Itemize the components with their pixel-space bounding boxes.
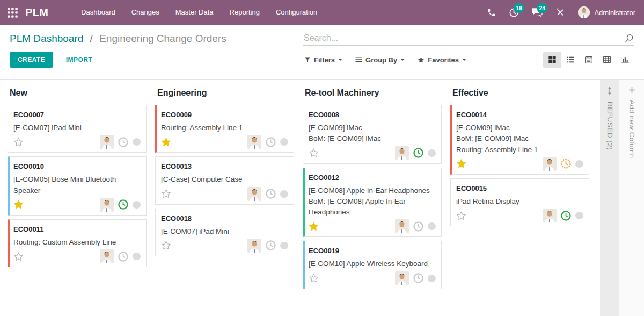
assignee-avatar[interactable]	[543, 157, 557, 171]
activity-clock-icon-gray[interactable]	[265, 137, 276, 148]
card-line: Routing: Assembly Line 1	[456, 145, 583, 155]
assignee-avatar[interactable]	[100, 249, 114, 263]
app-title[interactable]: PLM	[25, 6, 48, 19]
collapsed-column-label: REFUSED (2)	[606, 102, 614, 150]
pivot-view-button[interactable]	[598, 52, 616, 68]
favorites-dropdown[interactable]: Favorites	[418, 56, 466, 64]
assignee-avatar[interactable]	[395, 146, 409, 160]
kanban-column-header[interactable]: Engineering	[157, 88, 294, 98]
card-footer	[13, 135, 141, 149]
filters-dropdown[interactable]: Filters	[304, 56, 342, 64]
activity-clock-icon-gray[interactable]	[118, 251, 129, 262]
activity-clock-icon-green[interactable]	[413, 147, 424, 159]
kanban-card[interactable]: ECO0012[E-COM08] Apple In-Ear Headphones…	[303, 168, 442, 238]
kanban-card[interactable]: ECO0018[E-COM07] iPad Mini	[155, 209, 294, 256]
phone-icon[interactable]	[487, 8, 496, 17]
search-input[interactable]	[303, 33, 624, 44]
card-id: ECO0008	[309, 111, 436, 119]
activity-clock-icon-green[interactable]	[560, 210, 572, 221]
assignee-avatar[interactable]	[395, 219, 409, 233]
collapsed-column-refused[interactable]: REFUSED (2)	[600, 80, 619, 316]
activity-clock-icon-green[interactable]	[118, 199, 129, 210]
kanban-card[interactable]: ECO0007[E-COM07] iPad Mini	[8, 105, 147, 153]
messages-icon[interactable]: 24	[532, 8, 543, 17]
breadcrumb-link[interactable]: PLM Dashboard	[10, 33, 83, 44]
activity-clock-icon-gray[interactable]	[118, 137, 129, 148]
add-new-column-button[interactable]: Add new Column	[619, 80, 644, 316]
kanban-state-dot[interactable]	[575, 160, 583, 168]
assignee-avatar[interactable]	[247, 239, 261, 253]
favorites-star-icon	[418, 56, 425, 63]
kanban-state-dot[interactable]	[280, 138, 288, 146]
kanban-state-dot[interactable]	[280, 190, 288, 198]
kanban-column-header[interactable]: New	[10, 88, 147, 98]
activity-clock-icon-orange[interactable]	[560, 158, 572, 169]
kanban-card[interactable]: ECO0015iPad Retina Display	[450, 178, 589, 226]
kanban-state-dot[interactable]	[280, 242, 288, 249]
kanban-state-dot[interactable]	[428, 149, 436, 157]
tools-icon[interactable]	[555, 8, 565, 17]
kanban-state-dot[interactable]	[428, 275, 436, 282]
caret-down-icon	[400, 59, 405, 63]
activity-clock-icon-gray[interactable]	[265, 188, 276, 199]
menu-item-configuration[interactable]: Configuration	[268, 0, 325, 25]
kanban-card[interactable]: ECO0014[E-COM09] iMacBoM: [E-COM09] iMac…	[450, 105, 589, 175]
create-button[interactable]: CREATE	[10, 52, 53, 68]
assignee-avatar[interactable]	[100, 135, 114, 149]
assignee-avatar[interactable]	[247, 135, 261, 149]
card-footer	[161, 135, 288, 149]
kanban-card[interactable]: ECO0011Routing: Custom Assembly Line	[8, 219, 147, 267]
card-footer-right	[247, 135, 288, 149]
favorite-star-icon-off[interactable]	[161, 189, 171, 199]
assignee-avatar[interactable]	[543, 209, 557, 222]
kanban-board: NewECO0007[E-COM07] iPad Mini ECO0010[E-…	[0, 80, 644, 316]
favorite-star-icon-on[interactable]	[13, 199, 24, 210]
groupby-dropdown[interactable]: Group By	[355, 56, 405, 64]
kanban-card[interactable]: ECO0009Routing: Assembly Line 1	[155, 105, 294, 153]
favorite-star-icon-off[interactable]	[309, 148, 319, 158]
kanban-card[interactable]: ECO0008[E-COM09] iMacBoM: [E-COM09] iMac	[303, 105, 442, 164]
favorite-star-icon-on[interactable]	[309, 221, 319, 232]
favorite-star-icon-off[interactable]	[456, 211, 466, 221]
activity-clock-icon-gray[interactable]	[265, 240, 276, 251]
kanban-state-dot[interactable]	[133, 138, 141, 146]
assignee-avatar[interactable]	[247, 187, 261, 201]
graph-view-button[interactable]	[616, 52, 634, 68]
kanban-state-dot[interactable]	[133, 253, 141, 260]
kanban-card[interactable]: ECO0010[E-COM05] Bose Mini Bluetooth Spe…	[8, 156, 147, 216]
card-line: [E-COM09] iMac	[309, 123, 436, 133]
search-icon[interactable]	[624, 33, 634, 44]
activity-clock-icon-gray[interactable]	[413, 221, 424, 232]
apps-grid-icon[interactable]	[8, 8, 18, 18]
favorite-star-icon-off[interactable]	[13, 137, 24, 147]
kanban-view-button[interactable]	[543, 52, 561, 68]
favorite-star-icon-off[interactable]	[13, 252, 24, 262]
favorite-star-icon-on[interactable]	[161, 137, 171, 147]
menu-item-master-data[interactable]: Master Data	[167, 0, 222, 25]
kanban-card[interactable]: ECO0013[C-Case] Computer Case	[155, 156, 294, 204]
card-footer-right	[100, 198, 141, 212]
favorite-star-icon-on[interactable]	[456, 159, 466, 169]
menu-item-reporting[interactable]: Reporting	[222, 0, 268, 25]
kanban-columns: NewECO0007[E-COM07] iPad Mini ECO0010[E-…	[0, 80, 589, 316]
user-menu[interactable]: Administrator	[578, 6, 635, 18]
favorite-star-icon-off[interactable]	[161, 240, 171, 250]
kanban-column-header[interactable]: Effective	[452, 88, 589, 98]
list-view-button[interactable]	[561, 52, 580, 68]
import-button[interactable]: IMPORT	[63, 55, 96, 64]
user-name: Administrator	[594, 9, 635, 17]
kanban-state-dot[interactable]	[428, 222, 436, 230]
menu-item-changes[interactable]: Changes	[123, 0, 167, 25]
kanban-column-header[interactable]: Re-tool Machinery	[305, 88, 442, 98]
kanban-state-dot[interactable]	[575, 212, 583, 219]
kanban-card[interactable]: ECO0019[E-COM10] Apple Wireless Keyboard	[303, 241, 442, 289]
activity-clock-icon-gray[interactable]	[413, 272, 424, 284]
assignee-avatar[interactable]	[395, 271, 409, 285]
favorite-star-icon-off[interactable]	[309, 273, 319, 283]
groupby-lines-icon	[355, 56, 362, 63]
calendar-view-button[interactable]	[580, 52, 598, 68]
kanban-state-dot[interactable]	[133, 201, 141, 209]
menu-item-dashboard[interactable]: Dashboard	[73, 0, 123, 25]
activities-clock-icon[interactable]: 18	[509, 8, 519, 18]
assignee-avatar[interactable]	[100, 198, 114, 212]
